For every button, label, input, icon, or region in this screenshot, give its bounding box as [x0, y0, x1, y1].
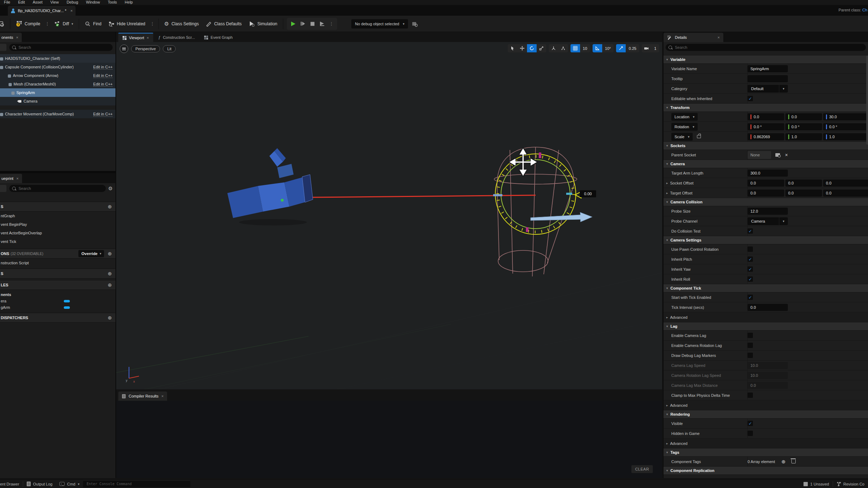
rotation-gizmo[interactable] — [493, 152, 581, 234]
macros-header[interactable]: S ⊕ — [0, 269, 115, 279]
revision-control-button[interactable]: Revision Co — [833, 479, 868, 488]
camera-actor-mesh[interactable] — [227, 148, 313, 225]
my-blueprint-search[interactable] — [9, 185, 106, 192]
output-log-button[interactable]: Output Log — [23, 479, 56, 488]
scale-dropdown[interactable]: Scale▾ — [671, 133, 693, 141]
tab-event-graph[interactable]: Event Graph — [200, 33, 237, 42]
close-icon[interactable]: × — [718, 35, 720, 40]
menu-edit[interactable]: Edit — [14, 0, 29, 4]
inherit-yaw-checkbox[interactable]: ✓ — [748, 266, 753, 272]
value-box[interactable]: 0.0 — [748, 180, 784, 187]
section-header-camera-collision[interactable]: ▾Camera Collision — [663, 198, 868, 206]
unsaved-button[interactable]: 1 Unsaved — [800, 479, 833, 488]
find-button[interactable]: c Find — [81, 16, 105, 32]
start-with-tick-enabled-checkbox[interactable]: ✓ — [748, 295, 753, 300]
rotation-snap-button[interactable] — [593, 44, 602, 52]
value-box[interactable]: 12.0 — [748, 208, 788, 215]
my-blueprint-search-input[interactable] — [18, 186, 103, 191]
variable-springarm[interactable]: gArm — [0, 304, 115, 311]
trash-icon[interactable] — [791, 460, 796, 463]
section-header-variable[interactable]: ▾Variable — [663, 56, 868, 64]
enable-camera-rotation-lag-checkbox[interactable] — [748, 343, 753, 348]
component-row-ha3dstudio-character-self[interactable]: HA3DSTUDIO_Character (Self) — [0, 54, 115, 63]
section-header-tags[interactable]: ▾Tags — [663, 448, 868, 457]
value-box[interactable]: 0.0 — [785, 190, 822, 197]
add-graph-icon[interactable]: ⊕ — [108, 204, 112, 209]
graph-item-beginplay[interactable]: vent BeginPlay — [0, 220, 115, 229]
draw-debug-lag-markers-checkbox[interactable] — [748, 353, 753, 358]
camera-speed-value[interactable]: 1 — [651, 46, 659, 51]
close-icon[interactable]: × — [147, 36, 149, 40]
add-new-button[interactable] — [0, 185, 6, 192]
viewport-menu-button[interactable] — [120, 45, 128, 53]
add-dispatcher-icon[interactable]: ⊕ — [108, 315, 112, 321]
graphs-header[interactable]: S ⊕ — [0, 202, 115, 212]
add-macro-icon[interactable]: ⊕ — [108, 271, 112, 276]
edit-in-cpp-link[interactable]: Edit in C++ — [93, 65, 113, 69]
gear-icon[interactable]: ⚙ — [108, 186, 113, 191]
add-function-icon[interactable]: ⊕ — [108, 251, 112, 256]
add-component-button[interactable] — [0, 44, 6, 51]
variable-camera[interactable]: era — [0, 298, 115, 304]
override-dropdown[interactable]: Override▾ — [78, 250, 104, 257]
tab-components[interactable]: onents× — [0, 33, 22, 42]
close-icon[interactable]: × — [16, 176, 19, 181]
hide-unrelated-button[interactable]: Hide Unrelated — [105, 16, 149, 32]
cmd-dropdown[interactable]: >_ Cmd ▾ — [56, 479, 83, 488]
grid-snap-value[interactable]: 10 — [580, 46, 590, 51]
section-header-camera-settings[interactable]: ▾Camera Settings — [663, 236, 868, 244]
graph-item-actorbeginoverlap[interactable]: vent ActorBeginOverlap — [0, 229, 115, 237]
stop-icon[interactable] — [310, 21, 315, 26]
menu-help[interactable]: Help — [121, 0, 137, 4]
select-tool-button[interactable] — [508, 44, 517, 52]
menu-debug[interactable]: Debug — [63, 0, 82, 4]
component-row-character-movement-charmovecomp[interactable]: Character Movement (CharMoveComp)Edit in… — [0, 110, 115, 118]
value-box[interactable]: SpringArm — [748, 65, 788, 72]
details-scrollbar[interactable] — [866, 56, 868, 145]
value-box[interactable]: 0.0 — [785, 113, 822, 120]
value-box[interactable]: 0.0 — [785, 180, 822, 187]
section-header-lag[interactable]: ▾Lag — [663, 322, 868, 331]
probe-channel-select[interactable]: Camera▾ — [748, 217, 788, 225]
content-drawer-button[interactable]: ent Drawer — [0, 479, 23, 488]
clamp-to-max-physics-delta-time-checkbox[interactable] — [748, 393, 753, 398]
value-box[interactable]: 0.0 — [823, 180, 868, 187]
surface-snap-button[interactable] — [558, 44, 568, 52]
frame-advance-icon[interactable] — [300, 21, 306, 26]
graph-item-tick[interactable]: vent Tick — [0, 237, 115, 246]
tab-construction-script[interactable]: ƒ Construction Scr... — [154, 33, 199, 42]
compile-button[interactable]: ? Compile — [12, 16, 44, 32]
value-box[interactable]: 1.0 — [823, 133, 868, 140]
close-icon[interactable]: × — [71, 9, 73, 13]
close-icon[interactable]: × — [161, 394, 164, 398]
class-defaults-button[interactable]: Class Defaults — [202, 16, 245, 32]
value-box[interactable]: 0.0 ° — [748, 123, 784, 130]
category-select[interactable]: Default▾ — [748, 85, 788, 93]
value-box[interactable]: 30.0 — [823, 113, 868, 120]
tab-compiler-results[interactable]: Compiler Results × — [118, 391, 167, 401]
rotation-dropdown[interactable]: Rotation▾ — [671, 123, 698, 131]
value-box[interactable]: 300.0 — [748, 170, 788, 177]
translate-arrow[interactable] — [531, 212, 592, 222]
graph-item-eventgraph[interactable]: ntGraph — [0, 212, 115, 220]
menu-tools[interactable]: Tools — [104, 0, 121, 4]
section-header-sockets[interactable]: ▾Sockets — [663, 142, 868, 150]
section-header-camera[interactable]: ▾Camera — [663, 160, 868, 168]
value-box[interactable]: 0.862069 — [748, 133, 784, 140]
value-box[interactable]: 0.0 — [748, 382, 788, 389]
expander-icon[interactable]: ▸ — [666, 316, 668, 319]
event-dispatchers-header[interactable]: DISPATCHERS ⊕ — [0, 313, 115, 323]
play-options-icon[interactable]: ⋮ — [329, 21, 334, 26]
scale-snap-value[interactable]: 0.25 — [626, 46, 639, 51]
edit-in-cpp-link[interactable]: Edit in C++ — [93, 112, 113, 116]
menu-file[interactable]: File — [0, 0, 14, 4]
variables-header[interactable]: LES ⊕ — [0, 280, 115, 290]
components-search[interactable] — [9, 44, 113, 51]
value-box[interactable]: 0.0 — [823, 190, 868, 197]
close-icon[interactable]: × — [16, 35, 18, 40]
components-search-input[interactable] — [18, 45, 110, 50]
parent-socket-value[interactable]: None — [748, 151, 771, 159]
component-row-camera[interactable]: Camera — [0, 97, 115, 105]
section-header-transform[interactable]: ▾Transform — [663, 104, 868, 112]
lit-button[interactable]: Lit — [163, 45, 176, 52]
